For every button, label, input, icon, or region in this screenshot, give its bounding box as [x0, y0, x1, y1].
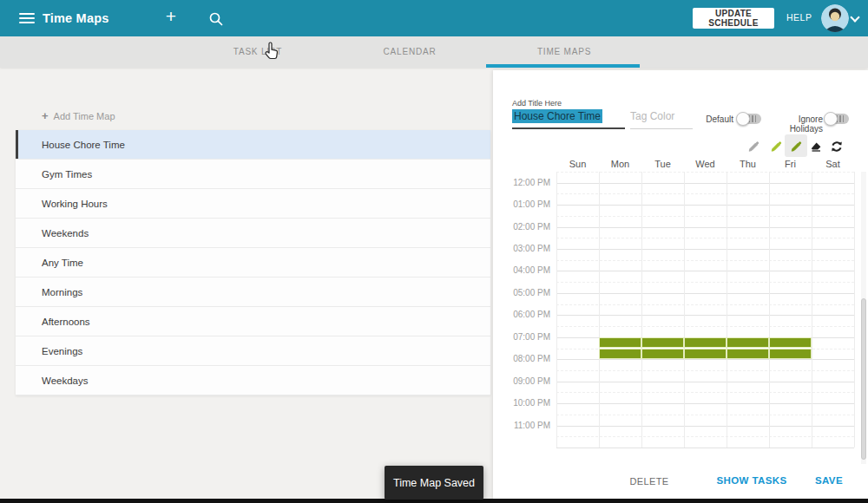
tab-task-list[interactable]: TASK LIST [181, 36, 334, 68]
day-header-fri: Fri [769, 159, 812, 169]
grid-row-line [556, 205, 854, 206]
selected-text: House Chore Time [512, 109, 602, 123]
grid-scrollbar-thumb[interactable] [861, 298, 866, 460]
grid-column-line [684, 172, 685, 447]
tab-time-maps[interactable]: TIME MAPS [488, 36, 641, 68]
save-button[interactable]: SAVE [803, 475, 855, 486]
filled-time-cell[interactable] [684, 349, 727, 360]
time-map-item-label: Weekdays [42, 376, 88, 386]
day-header-sat: Sat [812, 159, 854, 169]
grid-row-line [556, 415, 854, 415]
default-toggle[interactable] [739, 114, 761, 124]
filled-time-cell[interactable] [599, 349, 641, 360]
search-icon[interactable] [208, 11, 224, 27]
ignore-holidays-toggle-label: Ignore Holidays [764, 114, 823, 134]
filled-time-cell[interactable] [684, 337, 727, 349]
grid-column-line [727, 172, 727, 447]
time-label: 04:00 PM [493, 265, 550, 275]
time-map-list-item[interactable]: Afternoons [16, 307, 490, 336]
time-label: 06:00 PM [493, 310, 550, 319]
time-map-list-item[interactable]: Evenings [16, 336, 490, 366]
title-input[interactable]: House Chore Time [512, 110, 625, 129]
time-label: 11:00 PM [493, 421, 550, 430]
time-map-list-item[interactable]: House Chore Time [16, 130, 490, 160]
time-map-item-label: Working Hours [42, 199, 108, 209]
active-tab-indicator [486, 64, 640, 68]
grid-row-line [556, 304, 854, 305]
grid-row-line [556, 426, 854, 427]
grid-column-line [769, 172, 770, 447]
day-header-wed: Wed [684, 159, 727, 169]
day-header-thu: Thu [727, 159, 769, 169]
time-map-list-item[interactable]: Working Hours [16, 189, 490, 219]
day-header-mon: Mon [599, 159, 641, 169]
grid-row-line [556, 216, 854, 217]
time-label: 09:00 PM [493, 376, 550, 386]
grid-row-line [556, 282, 854, 283]
hamburger-menu-icon[interactable] [19, 13, 35, 23]
time-map-item-label: Afternoons [42, 317, 90, 327]
grid-row-line [556, 260, 854, 261]
grid-column-line [854, 172, 855, 447]
time-map-item-label: House Chore Time [42, 140, 125, 150]
grid-row-line [556, 447, 854, 448]
filled-time-cell[interactable] [641, 349, 684, 360]
grid-row-line [556, 238, 854, 238]
filled-time-cell[interactable] [599, 337, 641, 349]
chevron-down-icon[interactable] [850, 12, 859, 22]
pencil-olive-icon[interactable] [789, 140, 803, 154]
grid-row-line [556, 315, 854, 316]
time-map-list-item[interactable]: Mornings [16, 278, 490, 307]
tab-calendar[interactable]: CALENDAR [333, 36, 486, 68]
grid-row-line [556, 293, 854, 294]
show-tasks-button[interactable]: SHOW TASKS [708, 475, 795, 486]
eraser-icon[interactable] [809, 140, 823, 154]
day-header-sun: Sun [556, 159, 599, 169]
grid-row-line [556, 172, 854, 173]
time-map-list-item[interactable]: Weekends [16, 219, 490, 248]
grid-row-line [556, 326, 854, 327]
time-map-list-item[interactable]: Weekdays [16, 366, 490, 395]
time-map-list: House Chore TimeGym TimesWorking HoursWe… [16, 130, 490, 395]
time-map-item-label: Mornings [42, 287, 82, 297]
grid-row-line [556, 249, 854, 250]
refresh-icon[interactable] [830, 140, 844, 154]
grid-row-line [556, 193, 854, 194]
grid-column-line [812, 172, 812, 447]
tab-bar: TASK LIST CALENDAR TIME MAPS [0, 36, 868, 68]
delete-button[interactable]: DELETE [615, 476, 684, 487]
grid-column-line [599, 172, 600, 447]
app-title: Time Maps [43, 0, 108, 36]
add-time-map-label: Add Time Map [54, 111, 115, 121]
update-schedule-button[interactable]: UPDATE SCHEDULE [693, 8, 774, 29]
filled-time-cell[interactable] [727, 337, 769, 349]
time-map-item-label: Gym Times [42, 169, 92, 180]
time-map-item-label: Evenings [42, 346, 82, 356]
time-label: 07:00 PM [493, 332, 550, 342]
grid-column-line [641, 172, 642, 447]
time-map-list-item[interactable]: Gym Times [16, 160, 490, 189]
pencil-gray-icon[interactable] [746, 140, 760, 154]
grid-row-line [556, 359, 854, 360]
time-label: 02:00 PM [493, 222, 550, 232]
help-button[interactable]: HELP [786, 12, 812, 23]
day-header-tue: Tue [641, 159, 684, 169]
time-map-item-label: Any Time [42, 258, 83, 268]
grid-row-line [556, 370, 854, 371]
add-icon[interactable]: + [161, 6, 181, 30]
filled-time-cell[interactable] [769, 337, 812, 349]
time-map-list-item[interactable]: Any Time [16, 248, 490, 278]
filled-time-cell[interactable] [727, 349, 769, 360]
filled-time-cell[interactable] [641, 337, 684, 349]
filled-time-cell[interactable] [769, 349, 812, 360]
pencil-light-green-icon[interactable] [769, 140, 783, 154]
grid-row-line [556, 392, 854, 393]
time-label: 08:00 PM [493, 354, 550, 363]
tag-color-input[interactable]: Tag Color [630, 110, 693, 129]
ignore-holidays-toggle[interactable] [826, 114, 849, 124]
toast-notification: Time Map Saved [385, 466, 483, 500]
grid-row-line [556, 403, 854, 404]
user-avatar[interactable] [821, 4, 849, 32]
time-map-item-label: Weekends [42, 228, 89, 238]
add-time-map-button[interactable]: +Add Time Map [42, 109, 115, 122]
